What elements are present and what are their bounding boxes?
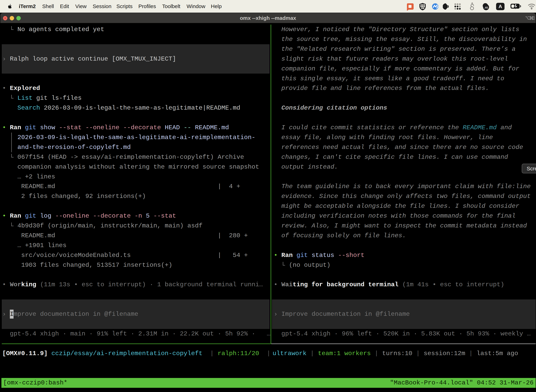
svg-text:..61: ..61: [484, 6, 488, 9]
